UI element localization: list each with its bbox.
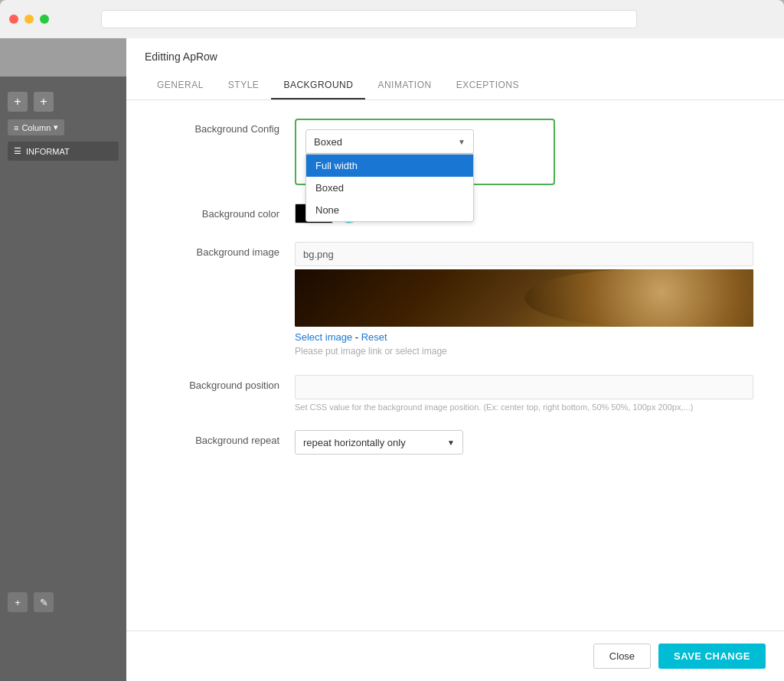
tab-background[interactable]: BACKGROUND bbox=[271, 72, 365, 99]
sidebar: + + ≡ Column ▾ ☰ INFORMAT + ✎ bbox=[0, 77, 126, 681]
background-repeat-label: Background repeat bbox=[157, 430, 295, 446]
chevron-down-icon: ▼ bbox=[458, 138, 466, 146]
image-preview-inner bbox=[295, 269, 753, 327]
reset-link[interactable]: Reset bbox=[361, 331, 387, 343]
window-chrome bbox=[0, 0, 784, 38]
background-image-row: Background image Select image - Reset Pl… bbox=[157, 242, 753, 357]
bread-visual bbox=[524, 269, 754, 327]
background-config-row: Background Config Boxed ▼ Full width bbox=[157, 119, 753, 185]
background-position-label: Background position bbox=[157, 375, 295, 391]
tab-exceptions[interactable]: EXCEPTIONS bbox=[444, 72, 531, 99]
modal-title: Editting ApRow bbox=[145, 51, 766, 63]
close-window-btn[interactable] bbox=[9, 15, 18, 24]
background-repeat-row: Background repeat repeat horizontally on… bbox=[157, 430, 753, 455]
background-config-select-wrapper: Boxed ▼ Full width Boxed bbox=[305, 129, 474, 154]
sidebar-add-col-btn[interactable]: + bbox=[34, 92, 54, 112]
add-toolbar-btn[interactable]: + bbox=[8, 592, 28, 612]
background-config-select[interactable]: Boxed ▼ bbox=[305, 129, 474, 154]
save-change-button[interactable]: SAVE CHANGE bbox=[658, 644, 766, 669]
info-label: INFORMAT bbox=[26, 147, 70, 156]
dropdown-item-full-width[interactable]: Full width bbox=[306, 155, 473, 177]
bottom-toolbar: + ✎ bbox=[0, 585, 126, 620]
chevron-down-icon: ▼ bbox=[447, 438, 455, 447]
background-color-label: Background color bbox=[157, 204, 295, 220]
background-config-dropdown: Full width Boxed None bbox=[305, 154, 474, 222]
config-box: Boxed ▼ Full width Boxed bbox=[295, 119, 555, 185]
select-current-value: Boxed bbox=[314, 136, 342, 148]
modal-footer: Close SAVE CHANGE bbox=[126, 630, 784, 681]
background-position-control: Set CSS value for the background image p… bbox=[295, 375, 753, 412]
info-row: ☰ INFORMAT bbox=[8, 142, 119, 161]
background-image-label: Background image bbox=[157, 242, 295, 258]
background-image-control: Select image - Reset Please put image li… bbox=[295, 242, 753, 357]
close-button[interactable]: Close bbox=[593, 644, 651, 669]
background-config-control: Boxed ▼ Full width Boxed bbox=[295, 119, 753, 185]
sidebar-add-btn[interactable]: + bbox=[8, 92, 28, 112]
modal-content: Background Config Boxed ▼ Full width bbox=[126, 100, 784, 630]
background-config-label: Background Config bbox=[157, 119, 295, 135]
chevron-down-icon: ▾ bbox=[54, 122, 58, 132]
image-preview bbox=[295, 269, 753, 327]
background-repeat-control: repeat horizontally only ▼ bbox=[295, 430, 753, 455]
repeat-current-value: repeat horizontally only bbox=[303, 437, 406, 448]
edit-toolbar-btn[interactable]: ✎ bbox=[34, 592, 54, 612]
modal-header: Editting ApRow GENERAL STYLE BACKGROUND … bbox=[126, 38, 784, 100]
background-position-hint: Set CSS value for the background image p… bbox=[295, 402, 753, 412]
background-position-row: Background position Set CSS value for th… bbox=[157, 375, 753, 412]
image-hint: Please put image link or select image bbox=[295, 346, 753, 357]
column-icon: ≡ bbox=[14, 123, 18, 132]
background-repeat-select-wrapper: repeat horizontally only ▼ bbox=[295, 430, 463, 455]
image-actions: Select image - Reset bbox=[295, 331, 753, 343]
tab-style[interactable]: STYLE bbox=[216, 72, 272, 99]
minimize-window-btn[interactable] bbox=[24, 15, 34, 24]
background-image-input[interactable] bbox=[295, 242, 753, 266]
select-image-link[interactable]: Select image bbox=[295, 331, 352, 343]
dropdown-item-boxed[interactable]: Boxed bbox=[306, 177, 473, 199]
dropdown-item-none[interactable]: None bbox=[306, 199, 473, 221]
background-repeat-select[interactable]: repeat horizontally only ▼ bbox=[295, 430, 463, 455]
column-label: Column bbox=[21, 123, 51, 132]
tabs-container: GENERAL STYLE BACKGROUND ANIMATION EXCEP… bbox=[145, 72, 766, 99]
link-separator: - bbox=[355, 331, 361, 343]
background-position-input[interactable] bbox=[295, 375, 753, 399]
maximize-window-btn[interactable] bbox=[40, 15, 49, 24]
modal-dialog: Editting ApRow GENERAL STYLE BACKGROUND … bbox=[126, 38, 784, 681]
tab-general[interactable]: GENERAL bbox=[145, 72, 216, 99]
address-bar[interactable] bbox=[101, 10, 637, 28]
column-btn[interactable]: ≡ Column ▾ bbox=[8, 119, 64, 135]
list-icon: ☰ bbox=[14, 146, 21, 156]
tab-animation[interactable]: ANIMATION bbox=[365, 72, 443, 99]
